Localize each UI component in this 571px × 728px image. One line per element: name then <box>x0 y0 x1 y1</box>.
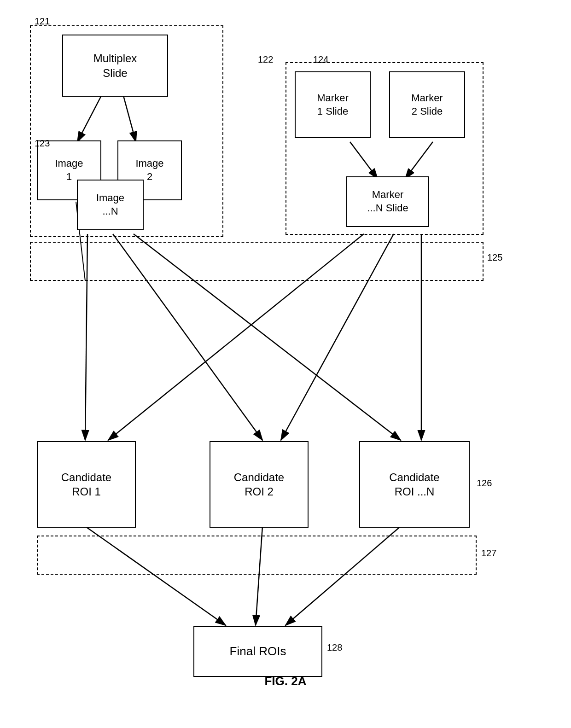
candidate-roiN-box: Candidate ROI ...N <box>359 441 470 528</box>
label-126: 126 <box>477 478 492 489</box>
candidate-roi1-box: Candidate ROI 1 <box>37 441 136 528</box>
marker1-label: Marker 1 Slide <box>317 92 348 118</box>
dashed-box-127 <box>37 536 477 575</box>
label-128: 128 <box>327 642 342 653</box>
markerN-label: Marker ...N Slide <box>367 188 408 215</box>
label-123: 123 <box>35 138 50 149</box>
dashed-box-125 <box>30 242 484 281</box>
candidate-roi1-label: Candidate ROI 1 <box>61 470 111 499</box>
imageN-label: Image ...N <box>96 192 124 218</box>
marker1-box: Marker 1 Slide <box>295 71 371 138</box>
imageN-box: Image ...N <box>77 180 144 230</box>
label-127: 127 <box>481 548 496 559</box>
candidate-roiN-label: Candidate ROI ...N <box>389 470 439 499</box>
candidate-roi2-label: Candidate ROI 2 <box>234 470 284 499</box>
label-122: 122 <box>258 54 273 65</box>
multiplex-slide-box: Multiplex Slide <box>62 35 168 97</box>
candidate-roi2-box: Candidate ROI 2 <box>210 441 309 528</box>
label-125: 125 <box>487 252 502 263</box>
marker2-label: Marker 2 Slide <box>411 92 443 118</box>
markerN-box: Marker ...N Slide <box>346 176 429 227</box>
final-rois-box: Final ROIs <box>193 626 322 677</box>
marker2-box: Marker 2 Slide <box>389 71 465 138</box>
final-rois-label: Final ROIs <box>230 644 286 659</box>
diagram-container: ROI1 (~185, 960) direct --> <box>0 0 571 700</box>
label-124: 124 <box>313 54 328 65</box>
multiplex-slide-label: Multiplex Slide <box>93 51 137 80</box>
figure-caption: FIG. 2A <box>264 674 306 688</box>
